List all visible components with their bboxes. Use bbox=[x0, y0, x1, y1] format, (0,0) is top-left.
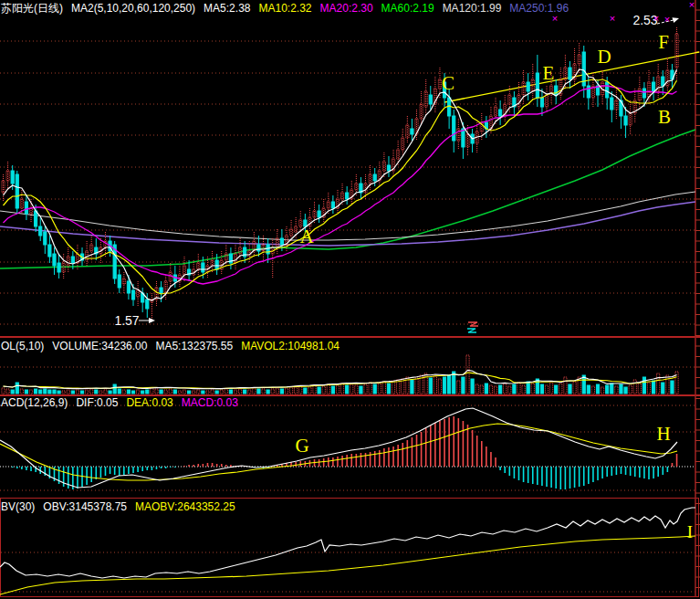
volume-bar bbox=[276, 388, 278, 394]
volume-bar bbox=[44, 389, 47, 394]
candle-body bbox=[653, 82, 655, 91]
volume-bar bbox=[360, 386, 362, 394]
volume-pane-header: OL(5,10)VOLUME:34236.00MA5:132375.55MAVO… bbox=[1, 340, 348, 352]
volume-bar bbox=[20, 389, 23, 394]
annotation-arrowhead bbox=[149, 318, 155, 323]
volume-bar bbox=[411, 380, 413, 394]
candle-body bbox=[299, 220, 302, 226]
volume-bar bbox=[280, 389, 283, 394]
volume-bar bbox=[494, 386, 496, 394]
volume-bar bbox=[6, 389, 9, 394]
volume-bar bbox=[62, 391, 65, 394]
candle-body bbox=[215, 260, 218, 269]
volume-bar bbox=[480, 385, 483, 394]
candle-body bbox=[25, 202, 27, 214]
stock-name: 苏阳光(日线) bbox=[1, 2, 63, 15]
volume-bar bbox=[620, 384, 622, 394]
mavol5-value: MA5:132375.55 bbox=[155, 340, 233, 352]
volume-bar bbox=[611, 384, 613, 394]
volume-bar bbox=[304, 388, 307, 394]
candle-body bbox=[453, 116, 455, 141]
volume-bar bbox=[164, 390, 167, 394]
volume-bar bbox=[271, 389, 274, 394]
macd-value: MACD:0.03 bbox=[182, 396, 238, 409]
candle-body bbox=[53, 254, 56, 266]
candle-body bbox=[373, 174, 376, 181]
dif-value: DIF:0.05 bbox=[76, 396, 118, 409]
volume-bar bbox=[643, 377, 645, 394]
volume-bar bbox=[508, 386, 511, 394]
candle-body bbox=[499, 110, 502, 116]
volume-bar bbox=[11, 390, 14, 394]
candle-body bbox=[146, 300, 149, 309]
volume-bar bbox=[522, 385, 525, 394]
volume-bar bbox=[80, 391, 83, 394]
volume-bar bbox=[527, 382, 529, 394]
volume-bar bbox=[443, 377, 445, 394]
candle-body bbox=[429, 95, 432, 104]
volume-bar bbox=[591, 386, 594, 394]
volume-bar bbox=[653, 381, 655, 394]
volume-bar bbox=[564, 377, 567, 394]
volume-bar bbox=[266, 390, 269, 394]
candle-body bbox=[318, 211, 320, 217]
volume-bar bbox=[16, 383, 18, 394]
candle-body bbox=[238, 247, 241, 254]
candle-body bbox=[280, 238, 283, 245]
candle-body bbox=[424, 91, 427, 107]
ma20-value: MA20:2.30 bbox=[320, 2, 373, 15]
volume-bar bbox=[559, 384, 562, 394]
volume-bar bbox=[244, 390, 246, 394]
volume-bar bbox=[378, 384, 381, 394]
line bbox=[4, 370, 677, 388]
candle-body bbox=[127, 281, 130, 293]
ma10-value: MA10:2.32 bbox=[258, 2, 311, 15]
obv-value: OBV:3145378.75 bbox=[43, 500, 127, 513]
volume-bar bbox=[35, 389, 37, 394]
volume-bar bbox=[295, 387, 298, 394]
volume-bar bbox=[253, 388, 256, 394]
candle-body bbox=[160, 288, 162, 293]
volume-bar bbox=[118, 389, 120, 394]
volume-bar bbox=[671, 381, 674, 394]
volume-bar bbox=[545, 385, 548, 394]
volume-bar bbox=[220, 390, 223, 394]
volume-bar bbox=[299, 386, 302, 394]
volume-bar bbox=[122, 390, 125, 394]
volume-bar bbox=[29, 390, 32, 394]
volume-bar bbox=[262, 389, 265, 394]
volume-bar bbox=[67, 390, 69, 394]
annotation-arrowhead bbox=[672, 17, 679, 23]
volume-bar bbox=[183, 390, 185, 394]
volume-bar bbox=[313, 385, 316, 394]
volume-bar bbox=[429, 378, 432, 394]
volume-bar bbox=[517, 383, 520, 394]
volume-bar bbox=[587, 385, 590, 394]
ma60-value: MA60:2.19 bbox=[381, 2, 434, 15]
line bbox=[0, 508, 695, 578]
volume-bar bbox=[71, 391, 74, 394]
mavol2-value: MAVOL2:104981.04 bbox=[241, 340, 340, 352]
candle-body bbox=[587, 86, 590, 98]
candle-body bbox=[387, 165, 390, 171]
volume-bar bbox=[137, 390, 140, 394]
volume-bar bbox=[382, 382, 385, 394]
candle-body bbox=[606, 82, 609, 98]
volume-bar bbox=[109, 391, 111, 394]
volume-bar bbox=[462, 377, 465, 394]
candle-body bbox=[11, 171, 14, 184]
candle-body bbox=[540, 98, 543, 107]
volume-bar bbox=[415, 378, 418, 394]
volume-bar bbox=[2, 388, 5, 394]
volume-bar bbox=[601, 387, 604, 394]
volume-bar bbox=[90, 389, 93, 394]
candle-body bbox=[39, 226, 42, 236]
candle-body bbox=[443, 82, 445, 98]
candle-body bbox=[118, 275, 120, 288]
stock-chart-window: 苏阳光(日线)MA2(5,10,20,60,120,250)MA5:2.38MA… bbox=[0, 0, 700, 599]
volume-bar bbox=[331, 386, 334, 394]
candle-body bbox=[462, 129, 465, 147]
volume-bar bbox=[127, 390, 130, 394]
volume-bar bbox=[197, 390, 200, 394]
volume-bar bbox=[336, 385, 339, 394]
